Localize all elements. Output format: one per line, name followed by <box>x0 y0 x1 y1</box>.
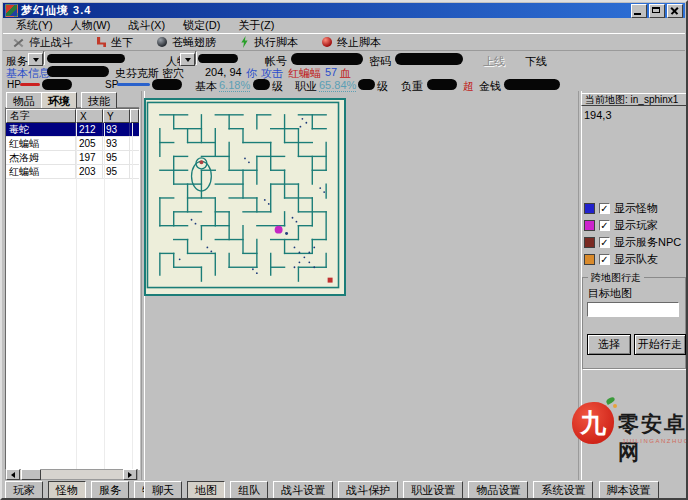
player-coords: 204, 94 <box>205 66 242 78</box>
sit-button[interactable]: 坐下 <box>97 35 133 50</box>
run-script-button[interactable]: 执行脚本 <box>240 35 298 50</box>
stop-combat-icon <box>13 37 24 48</box>
censored-job-level <box>358 79 375 90</box>
environment-table: 名字 X Y 毒蛇 212 93 红蝙蝠 205 93 杰洛姆 197 95 <box>5 108 140 470</box>
layer-row-players: 显示玩家 <box>584 218 658 233</box>
layer-row-monsters: 显示怪物 <box>584 201 658 216</box>
tab-job-settings[interactable]: 职业设置 <box>403 481 463 500</box>
tab-monsters[interactable]: 怪物 <box>48 481 86 500</box>
stop-combat-button[interactable]: 停止战斗 <box>13 35 73 50</box>
bottom-tab-bar: 聊天 地图 组队 战斗设置 战斗保护 职业设置 物品设置 系统设置 脚本设置 <box>144 481 661 496</box>
dot-icon <box>613 404 617 408</box>
scrollbar-thumb[interactable] <box>21 469 41 480</box>
tab-players[interactable]: 玩家 <box>5 481 43 500</box>
minimap[interactable] <box>146 100 340 290</box>
minimize-button[interactable] <box>631 4 647 18</box>
target-map-input[interactable] <box>587 302 679 317</box>
show-party-checkbox[interactable] <box>599 254 610 265</box>
column-filler <box>130 109 139 123</box>
menu-about[interactable]: 关于(Z) <box>229 18 283 33</box>
tab-map[interactable]: 地图 <box>187 481 225 500</box>
tab-system-settings[interactable]: 系统设置 <box>533 481 593 500</box>
censored-hp-value <box>42 79 72 90</box>
tab-party[interactable]: 组队 <box>230 481 268 500</box>
map-page <box>143 98 577 480</box>
column-y[interactable]: Y <box>103 109 130 123</box>
show-players-checkbox[interactable] <box>599 220 610 231</box>
censored-player-name <box>47 66 109 77</box>
target-map-label: 目标地图 <box>588 286 632 301</box>
column-x[interactable]: X <box>76 109 103 123</box>
horizontal-scrollbar[interactable] <box>5 469 138 480</box>
tab-combat-protection[interactable]: 战斗保护 <box>338 481 398 500</box>
status-row-stats: HP SP 基本 6.18% 级 职业 65.84% 级 负重 超 金钱 <box>3 79 685 91</box>
left-panel: 物品 环境 技能 名字 X Y 毒蛇 212 93 红蝙蝠 205 93 杰洛姆 <box>4 91 140 480</box>
table-row[interactable]: 杰洛姆 197 95 <box>6 151 139 165</box>
table-header: 名字 X Y <box>6 109 139 123</box>
base-level-suffix: 级 <box>272 79 283 94</box>
menu-combat[interactable]: 战斗(X) <box>119 18 174 33</box>
show-players-label: 显示玩家 <box>614 218 658 233</box>
show-monsters-checkbox[interactable] <box>599 203 610 214</box>
window-title: 梦幻仙境 3.4 <box>21 3 91 18</box>
server-select[interactable] <box>43 51 45 65</box>
column-name[interactable]: 名字 <box>6 109 76 123</box>
censored-character-value <box>198 54 238 63</box>
base-exp-percent: 6.18% <box>219 79 250 92</box>
sit-icon <box>97 37 106 47</box>
red-ball-icon <box>322 37 332 47</box>
minimap-frame <box>144 98 346 296</box>
show-party-label: 显示队友 <box>614 252 658 267</box>
title-bar: 梦幻仙境 3.4 <box>3 3 685 18</box>
start-walk-button[interactable]: 开始行走 <box>634 334 686 355</box>
censored-server-value <box>47 54 125 63</box>
show-npc-checkbox[interactable] <box>599 237 610 248</box>
select-map-button[interactable]: 选择 <box>587 334 631 355</box>
character-select[interactable] <box>195 51 197 65</box>
tab-services[interactable]: 服务 <box>91 481 129 500</box>
censored-account-value[interactable] <box>291 53 363 65</box>
npc-color-swatch <box>584 237 595 248</box>
show-npc-label: 显示服务NPC <box>614 235 681 250</box>
current-map-header: 当前地图: in_sphinx1 <box>581 93 687 106</box>
job-exp-label: 职业 <box>295 79 317 94</box>
table-row[interactable]: 红蝙蝠 205 93 <box>6 137 139 151</box>
tab-item-settings[interactable]: 物品设置 <box>468 481 528 500</box>
current-map-value: in_sphinx1 <box>631 94 679 105</box>
cross-map-walk-group: 跨地图行走 目标地图 选择 开始行走 <box>582 277 686 369</box>
close-button[interactable] <box>667 4 683 18</box>
scroll-right-arrow-icon[interactable] <box>123 469 137 480</box>
job-exp-percent: 65.84% <box>319 79 356 92</box>
tab-chat[interactable]: 聊天 <box>144 481 182 500</box>
overweight-flag: 超 <box>463 79 474 94</box>
layer-row-party: 显示队友 <box>584 252 658 267</box>
menu-system[interactable]: 系统(Y) <box>7 18 62 33</box>
party-color-swatch <box>584 254 595 265</box>
table-row[interactable]: 毒蛇 212 93 <box>6 123 139 137</box>
flywing-button[interactable]: 苍蝇翅膀 <box>157 35 216 50</box>
job-level-suffix: 级 <box>377 79 388 94</box>
combat-damage: 57 <box>325 66 337 78</box>
watermark-site-subtext: JIULINGANZHUOWANG <box>622 438 688 444</box>
money-label: 金钱 <box>479 79 501 94</box>
maximize-button[interactable] <box>649 4 665 18</box>
watermark: 九 零安卓网 JIULINGANZHUOWANG <box>572 400 688 460</box>
scroll-left-arrow-icon[interactable] <box>6 469 20 480</box>
lightning-icon <box>240 36 249 48</box>
tab-combat-settings[interactable]: 战斗设置 <box>273 481 333 500</box>
tab-script-settings[interactable]: 脚本设置 <box>599 481 659 500</box>
censored-password-value[interactable] <box>395 53 463 65</box>
app-window: 梦幻仙境 3.4 系统(Y) 人物(W) 战斗(X) 锁定(D) 关于(Z) 停… <box>0 0 688 500</box>
map-position: 194,3 <box>584 109 612 121</box>
menu-lock[interactable]: 锁定(D) <box>174 18 229 33</box>
weight-label: 负重 <box>401 79 423 94</box>
cross-map-walk-title: 跨地图行走 <box>588 271 644 285</box>
character-dropdown-arrow-icon[interactable] <box>180 53 195 66</box>
menu-character[interactable]: 人物(W) <box>62 18 120 33</box>
status-row-basic: 基本信息 史芬克斯 密穴 204, 94 你 攻击 红蝙蝠 57 血 <box>3 66 685 78</box>
monster-color-swatch <box>584 203 595 214</box>
sp-bar <box>117 83 150 86</box>
server-dropdown-arrow-icon[interactable] <box>28 53 43 66</box>
stop-script-button[interactable]: 终止脚本 <box>322 35 381 50</box>
table-row[interactable]: 红蝙蝠 203 95 <box>6 165 139 179</box>
